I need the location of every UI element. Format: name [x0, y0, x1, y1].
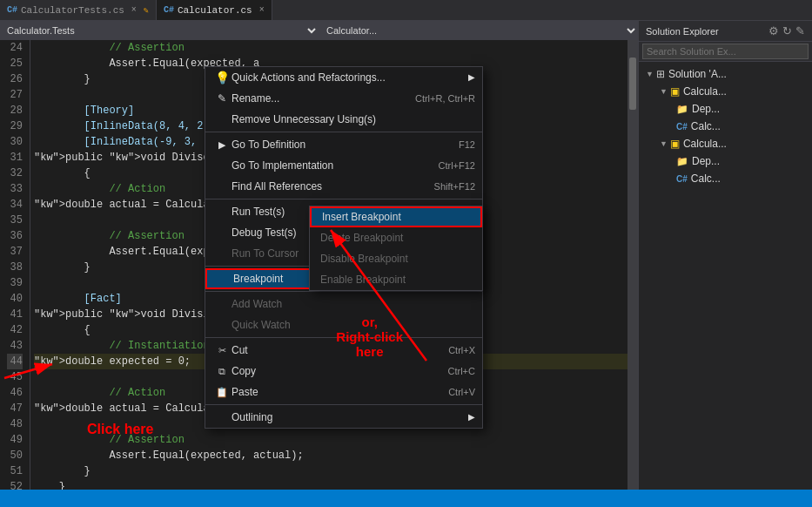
tree-node-calcula___[interactable]: ▼▣Calcula... [639, 83, 812, 100]
solution-search-input[interactable] [642, 44, 809, 59]
line-number-38: 38 [7, 260, 23, 275]
tab-calculator[interactable]: C# Calculator.cs × [157, 0, 272, 20]
code-line-24[interactable]: // Assertion [34, 40, 627, 56]
menu-separator-separator6 [205, 404, 482, 405]
menu-item-go-to-def[interactable]: ▶Go To DefinitionF12 [205, 134, 482, 155]
menu-label-rename: Rename... [232, 91, 398, 106]
code-line-51[interactable]: } [34, 463, 627, 479]
menu-icon-quick-actions: 💡 [212, 70, 232, 85]
menu-separator-separator1 [205, 132, 482, 132]
menu-shortcut-find-refs: Shift+F12 [434, 179, 475, 194]
tab-label-1: CalculatorTests.cs [21, 5, 124, 16]
tree-node-calc___[interactable]: C#Calc... [639, 170, 812, 187]
code-line-49[interactable]: // Assertion [34, 432, 627, 448]
tree-icon-folder: 📁 [676, 156, 688, 167]
tree-node-dep___[interactable]: 📁Dep... [639, 100, 812, 118]
scrollbar-thumb[interactable] [629, 57, 636, 110]
tree-label: Calc... [691, 172, 721, 185]
solution-header-icons: ⚙ ↻ ✎ [768, 24, 805, 37]
submenu-arrow-outlining: ▶ [468, 409, 475, 425]
tab-label-2: Calculator.cs [178, 5, 252, 16]
code-lines[interactable]: // Assertion Assert.Equal(expected, a } … [30, 40, 627, 490]
submenu-item-enable-bp: Enable Breakpoint [310, 269, 482, 290]
menu-label-quick-watch: Quick Watch [232, 317, 475, 333]
solution-search-area [639, 42, 812, 62]
main-area: Calculator.Tests Calculator... DivideByZ… [0, 21, 812, 490]
menu-item-paste[interactable]: 📋PasteCtrl+V [205, 382, 482, 402]
line-number-46: 46 [7, 385, 23, 401]
solution-icon-3[interactable]: ✎ [795, 24, 805, 37]
vertical-scrollbar[interactable] [627, 40, 638, 490]
tree-label: Calcula... [683, 85, 727, 98]
tab-modified-1: ✎ [144, 5, 149, 16]
editor-nav: Calculator.Tests Calculator... DivideByZ… [0, 21, 638, 40]
menu-item-quick-actions[interactable]: 💡Quick Actions and Refactorings...▶ [205, 67, 482, 88]
submenu-item-delete-bp: Delete Breakpoint [310, 227, 482, 248]
tree-label: Calcula... [683, 138, 727, 150]
solution-icon-2[interactable]: ↻ [782, 24, 792, 37]
solution-icon-1[interactable]: ⚙ [768, 24, 779, 37]
menu-icon-go-to-def: ▶ [212, 137, 232, 152]
line-number-47: 47 [7, 401, 23, 416]
tree-icon-project: ▣ [670, 85, 680, 98]
menu-icon-paste: 📋 [212, 384, 232, 400]
line-number-43: 43 [7, 338, 23, 354]
method-dropdown[interactable]: Calculator... DivideByZero() [319, 21, 638, 40]
line-number-45: 45 [7, 369, 23, 385]
tree-node-calcula___[interactable]: ▼▣Calcula... [639, 135, 812, 152]
menu-shortcut-go-to-impl: Ctrl+F12 [439, 158, 476, 173]
menu-item-cut[interactable]: ✂CutCtrl+X [205, 340, 482, 361]
line-number-28: 28 [7, 103, 23, 118]
menu-shortcut-go-to-def: F12 [459, 137, 475, 152]
tree-arrow: ▼ [646, 70, 654, 78]
editor-area: Calculator.Tests Calculator... DivideByZ… [0, 21, 638, 490]
line-number-52: 52 [7, 479, 23, 490]
line-number-36: 36 [7, 228, 23, 244]
breakpoint-submenu: Insert BreakpointDelete BreakpointDisabl… [309, 206, 483, 291]
class-dropdown[interactable]: Calculator.Tests [0, 21, 319, 40]
tree-node-solution__a___[interactable]: ▼⊞Solution 'A... [639, 65, 812, 83]
solution-tree: ▼⊞Solution 'A...▼▣Calcula...📁Dep...C#Cal… [639, 62, 812, 490]
solution-explorer-panel: Solution Explorer ⚙ ↻ ✎ ▼⊞Solution 'A...… [638, 21, 812, 490]
cs-icon-2: C# [164, 5, 174, 15]
code-line-52[interactable]: } [34, 479, 627, 490]
tree-node-dep___[interactable]: 📁Dep... [639, 152, 812, 170]
menu-shortcut-cut: Ctrl+X [448, 342, 475, 358]
line-number-39: 39 [7, 275, 23, 291]
line-number-33: 33 [7, 181, 23, 197]
tab-close-2[interactable]: × [259, 5, 265, 15]
tree-icon-solution: ⊞ [656, 68, 665, 80]
code-line-50[interactable]: Assert.Equal(expected, actual); [34, 448, 627, 463]
line-number-50: 50 [7, 448, 23, 463]
line-numbers: 2425262728293031323334353637383940414243… [0, 40, 30, 490]
menu-label-find-refs: Find All References [232, 179, 417, 194]
menu-item-quick-watch: Quick Watch [205, 314, 482, 335]
menu-item-find-refs[interactable]: Find All ReferencesShift+F12 [205, 176, 482, 197]
menu-item-copy[interactable]: ⧉CopyCtrl+C [205, 361, 482, 382]
tab-close-1[interactable]: × [131, 5, 137, 15]
menu-item-go-to-impl[interactable]: Go To ImplementationCtrl+F12 [205, 155, 482, 176]
tab-calculatortests[interactable]: C# CalculatorTests.cs × ✎ [0, 0, 157, 20]
tree-node-calc___[interactable]: C#Calc... [639, 118, 812, 135]
submenu-item-insert-bp[interactable]: Insert Breakpoint [310, 206, 482, 227]
line-number-44: 44 [7, 354, 23, 369]
line-number-34: 34 [7, 197, 23, 213]
line-number-41: 41 [7, 307, 23, 322]
tree-icon-folder: 📁 [676, 104, 688, 115]
menu-icon-rename: ✎ [212, 91, 232, 106]
tree-icon-cs-file: C# [676, 122, 688, 132]
menu-item-rename[interactable]: ✎Rename...Ctrl+R, Ctrl+R [205, 88, 482, 109]
line-number-48: 48 [7, 416, 23, 432]
menu-item-outlining[interactable]: Outlining▶ [205, 407, 482, 428]
tab-bar: C# CalculatorTests.cs × ✎ C# Calculator.… [0, 0, 812, 21]
menu-shortcut-rename: Ctrl+R, Ctrl+R [415, 91, 475, 106]
tree-icon-project: ▣ [670, 138, 680, 150]
menu-label-go-to-impl: Go To Implementation [232, 158, 421, 173]
solution-explorer-title: Solution Explorer [646, 26, 719, 37]
menu-label-remove-usings: Remove Unnecessary Using(s) [232, 112, 475, 127]
tree-label: Calc... [691, 120, 721, 132]
menu-label-paste: Paste [232, 384, 431, 400]
menu-item-remove-usings[interactable]: Remove Unnecessary Using(s) [205, 109, 482, 130]
line-number-51: 51 [7, 463, 23, 479]
menu-item-add-watch: Add Watch [205, 294, 482, 314]
